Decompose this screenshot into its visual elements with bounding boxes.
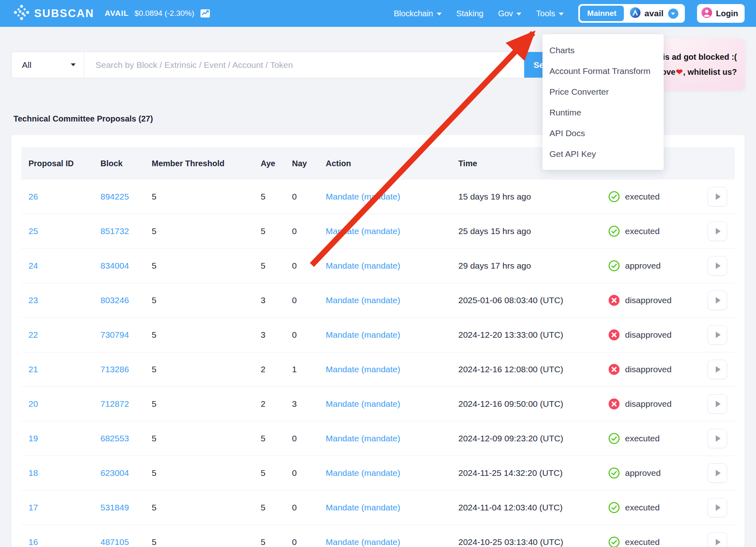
action-link[interactable]: Mandate (mandate)	[326, 503, 400, 512]
column-header-nay: Nay	[285, 159, 318, 168]
aye-value: 5	[253, 192, 285, 202]
expand-row-button[interactable]	[708, 291, 727, 310]
login-label: Login	[716, 9, 738, 18]
expand-row-button[interactable]	[708, 394, 727, 414]
menu-item-charts[interactable]: Charts	[542, 40, 664, 61]
proposal-id-link[interactable]: 19	[28, 434, 38, 443]
action-link[interactable]: Mandate (mandate)	[326, 295, 400, 305]
table-row: 26 894225 5 5 0 Mandate (mandate) 15 day…	[21, 180, 735, 214]
time-value: 2024-11-25 14:32:20 (UTC)	[451, 468, 601, 478]
nav-item-staking[interactable]: Staking	[456, 9, 484, 18]
proposal-id-link[interactable]: 18	[28, 468, 38, 478]
status-cell: disapproved	[601, 364, 700, 375]
search-filter-select[interactable]: All	[12, 52, 84, 78]
nay-value: 0	[285, 330, 318, 340]
action-link[interactable]: Mandate (mandate)	[326, 261, 400, 270]
proposal-id-link[interactable]: 26	[28, 192, 38, 201]
status-check-icon	[608, 502, 620, 513]
block-link[interactable]: 713286	[100, 365, 129, 374]
member-threshold-value: 5	[144, 226, 253, 236]
expand-row-button[interactable]	[708, 256, 727, 276]
proposal-id-link[interactable]: 20	[28, 399, 38, 408]
member-threshold-value: 5	[144, 365, 253, 374]
block-link[interactable]: 712872	[100, 399, 129, 408]
action-link[interactable]: Mandate (mandate)	[326, 434, 400, 443]
page-title: Technical Committee Proposals (27)	[13, 114, 153, 124]
proposal-id-link[interactable]: 23	[28, 295, 38, 305]
time-value: 2025-01-06 08:03:40 (UTC)	[451, 295, 601, 305]
menu-item-api-docs[interactable]: API Docs	[542, 123, 664, 143]
table-body: 26 894225 5 5 0 Mandate (mandate) 15 day…	[21, 180, 735, 547]
action-link[interactable]: Mandate (mandate)	[326, 365, 400, 374]
menu-item-get-api-key[interactable]: Get API Key	[542, 143, 664, 164]
proposal-id-link[interactable]: 22	[28, 330, 38, 339]
status-x-icon	[608, 364, 620, 375]
block-link[interactable]: 834004	[100, 261, 129, 270]
chevron-right-icon	[716, 332, 721, 338]
block-link[interactable]: 851732	[100, 226, 129, 236]
proposal-id-link[interactable]: 16	[28, 537, 38, 547]
block-link[interactable]: 803246	[100, 295, 129, 305]
mainnet-button[interactable]: Mainnet	[580, 6, 624, 21]
proposal-id-link[interactable]: 25	[28, 226, 38, 236]
status-cell: disapproved	[601, 398, 700, 410]
chevron-right-icon	[716, 366, 721, 373]
token-price: $0.0894 (-2.30%)	[135, 9, 194, 18]
menu-item-account-format-transform[interactable]: Account Format Transform	[542, 61, 664, 81]
top-navigation-bar: SUBSCAN AVAIL $0.0894 (-2.30%) Blockchai…	[0, 0, 756, 27]
network-name: avail	[645, 9, 664, 18]
expand-row-button[interactable]	[708, 429, 727, 448]
subscan-logo[interactable]: SUBSCAN	[13, 4, 94, 23]
proposal-id-link[interactable]: 21	[28, 365, 38, 374]
table-row: 24 834004 5 5 0 Mandate (mandate) 29 day…	[21, 249, 735, 283]
status-label: executed	[625, 503, 660, 512]
nav-item-blockchain[interactable]: Blockchain	[394, 9, 442, 18]
block-link[interactable]: 623004	[100, 468, 129, 478]
nav-item-label: Gov	[498, 9, 513, 18]
column-header-proposal-id: Proposal ID	[21, 159, 93, 168]
action-link[interactable]: Mandate (mandate)	[326, 192, 400, 201]
status-label: disapproved	[625, 330, 671, 340]
action-link[interactable]: Mandate (mandate)	[326, 330, 400, 339]
action-link[interactable]: Mandate (mandate)	[326, 468, 400, 478]
action-link[interactable]: Mandate (mandate)	[326, 537, 400, 547]
block-link[interactable]: 894225	[100, 192, 129, 201]
expand-row-button[interactable]	[708, 187, 727, 206]
status-cell: approved	[601, 260, 700, 271]
menu-item-runtime[interactable]: Runtime	[542, 102, 664, 123]
table-row: 25 851732 5 5 0 Mandate (mandate) 25 day…	[21, 214, 735, 249]
block-link[interactable]: 682553	[100, 434, 129, 443]
expand-row-button[interactable]	[708, 463, 727, 483]
block-link[interactable]: 487105	[100, 537, 129, 547]
login-button[interactable]: Login	[697, 4, 745, 23]
proposals-card: Proposal IDBlockMember ThresholdAyeNayAc…	[11, 135, 745, 547]
expand-row-button[interactable]	[708, 532, 727, 547]
block-link[interactable]: 531849	[100, 503, 129, 512]
aye-value: 5	[253, 503, 285, 512]
action-link[interactable]: Mandate (mandate)	[326, 226, 400, 236]
nay-value: 0	[285, 503, 318, 512]
chevron-down-icon	[668, 9, 678, 19]
column-header-action: Action	[318, 159, 451, 168]
action-link[interactable]: Mandate (mandate)	[326, 399, 400, 408]
nav-item-gov[interactable]: Gov	[498, 9, 522, 18]
expand-row-button[interactable]	[708, 325, 727, 345]
nay-value: 0	[285, 434, 318, 443]
status-label: approved	[625, 261, 661, 271]
network-dropdown[interactable]: avail	[624, 7, 683, 20]
block-link[interactable]: 730794	[100, 330, 129, 339]
proposal-id-link[interactable]: 17	[28, 503, 38, 512]
chevron-right-icon	[716, 263, 721, 269]
time-value: 29 days 17 hrs ago	[451, 261, 601, 271]
status-label: disapproved	[625, 295, 671, 305]
expand-row-button[interactable]	[708, 498, 727, 517]
nav-item-tools[interactable]: Tools	[536, 9, 564, 18]
proposal-id-link[interactable]: 24	[28, 261, 38, 270]
expand-row-button[interactable]	[708, 221, 727, 241]
expand-row-button[interactable]	[708, 360, 727, 379]
table-row: 17 531849 5 5 0 Mandate (mandate) 2024-1…	[21, 491, 735, 525]
menu-item-price-converter[interactable]: Price Converter	[542, 81, 664, 102]
search-input[interactable]	[84, 52, 524, 78]
aye-value: 3	[253, 295, 285, 305]
price-chart-icon[interactable]	[200, 9, 210, 18]
